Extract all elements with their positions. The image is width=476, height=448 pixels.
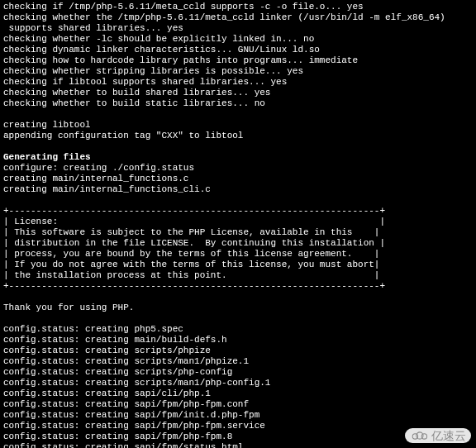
output-line: appending configuration tag "CXX" to lib… [3, 131, 243, 141]
output-line: supports shared libraries... yes [3, 23, 183, 33]
output-line: Thank you for using PHP. [3, 303, 134, 312]
output-line: config.status: creating sapi/fpm/status.… [3, 442, 243, 448]
output-line: checking whether stripping libraries is … [3, 66, 303, 76]
output-line: config.status: creating sapi/fpm/init.d.… [3, 410, 259, 420]
section-heading: Generating files [3, 152, 91, 162]
license-box-line: | License: | [3, 217, 385, 226]
output-line: checking whether to build shared librari… [3, 88, 270, 98]
output-line: checking whether the /tmp/php-5.6.11/met… [3, 12, 445, 22]
output-line: config.status: creating php5.spec [3, 324, 183, 334]
output-line: configure: creating ./config.status [3, 163, 194, 173]
license-box-line: | process, you are bound by the terms of… [3, 249, 379, 259]
output-line: checking how to hardcode library paths i… [3, 55, 358, 65]
output-line: config.status: creating scripts/phpize [3, 346, 211, 355]
output-line: creating main/internal_functions.c [3, 174, 188, 183]
output-line: config.status: creating sapi/fpm/php-fpm… [3, 399, 249, 409]
output-line: config.status: creating main/build-defs.… [3, 335, 227, 345]
output-line: config.status: creating sapi/fpm/php-fpm… [3, 421, 265, 431]
cloud-icon [410, 430, 428, 441]
output-line: config.status: creating sapi/cli/php.1 [3, 388, 211, 398]
output-line: checking whether to build static librari… [3, 98, 265, 108]
svg-point-2 [421, 434, 426, 439]
license-box-line: | If you do not agree with the terms of … [3, 260, 379, 269]
output-line: config.status: creating scripts/php-conf… [3, 367, 232, 377]
output-line: checking whether -lc should be explicitl… [3, 34, 314, 44]
output-line: config.status: creating scripts/man1/php… [3, 378, 270, 388]
output-line: config.status: creating sapi/fpm/php-fpm… [3, 431, 232, 441]
license-box-border: +---------------------------------------… [3, 206, 385, 216]
license-box-border: +---------------------------------------… [3, 281, 385, 291]
output-line: creating main/internal_functions_cli.c [3, 184, 211, 194]
watermark-text: 亿速云 [431, 431, 466, 441]
output-line: checking if /tmp/php-5.6.11/meta_ccld su… [3, 2, 364, 12]
output-line: creating libtool [3, 120, 91, 130]
license-box-line: | the installation process at this point… [3, 270, 379, 280]
license-box-line: | distribution in the file LICENSE. By c… [3, 238, 385, 248]
terminal-window[interactable]: checking if /tmp/php-5.6.11/meta_ccld su… [0, 0, 476, 448]
output-line: checking if libtool supports shared libr… [3, 77, 287, 87]
watermark-badge: 亿速云 [405, 428, 471, 443]
output-line: checking dynamic linker characteristics.… [3, 45, 320, 55]
license-box-line: | This software is subject to the PHP Li… [3, 227, 379, 237]
output-line: config.status: creating scripts/man1/php… [3, 356, 249, 366]
